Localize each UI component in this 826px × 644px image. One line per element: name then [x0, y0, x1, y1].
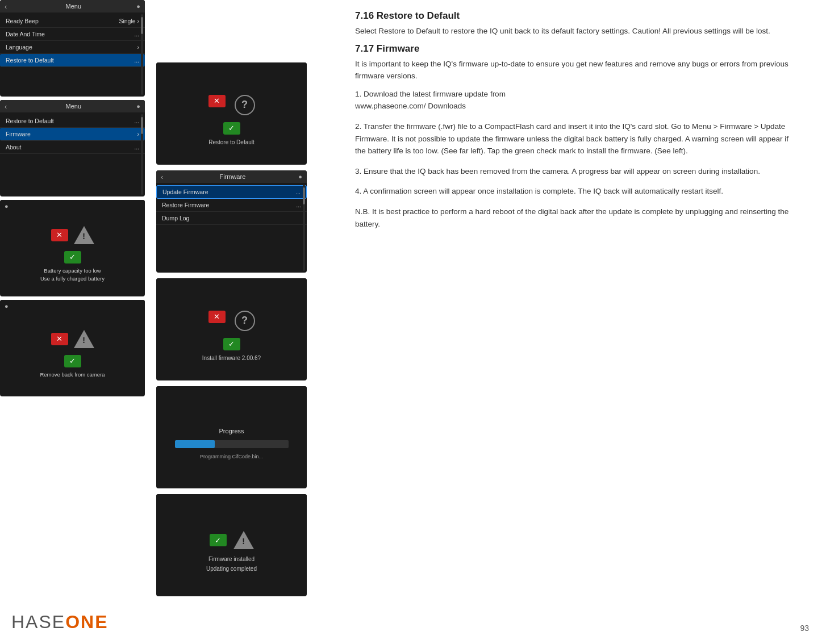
menu-label: Language [6, 44, 32, 51]
screen-restore-dialog: ✕ ? ✓ Restore to Default [156, 62, 315, 165]
menu-list-1: Ready Beep Single › Date And Time ... La… [0, 12, 145, 69]
menu-item-language[interactable]: Language › [0, 41, 145, 54]
install-question-icon: ? [235, 311, 255, 331]
firmware-restore-dots: ... [296, 202, 301, 208]
restore-default-label: Restore to Default [208, 139, 255, 145]
install-btn-red[interactable]: ✕ [208, 311, 226, 323]
firmware-update-dots: ... [295, 189, 301, 195]
screen-install-dialog: ✕ ? ✓ Install firmware 2.00.6? [156, 278, 315, 380]
btn-red-x-2[interactable]: ✕ [51, 333, 68, 345]
screen-title-menu2: Menu [10, 103, 136, 110]
screen-firmware-done: ✓ ! Firmware installed Updating complete… [156, 494, 315, 596]
back-arrow-icon: ‹ [161, 173, 163, 181]
menu-label: Restore to Default [6, 118, 54, 124]
section-717-para1: It is important to keep the IQ's firmwar… [355, 58, 798, 82]
back-arrow-icon: ‹ [5, 2, 7, 11]
install-btn-green[interactable]: ✓ [223, 338, 240, 350]
warning-icons-row: ✕ ! [51, 226, 94, 244]
menu-item-ready-beep[interactable]: Ready Beep Single › [0, 15, 145, 28]
battery-warning-text: Battery capacity too lowUse a fully char… [40, 267, 105, 283]
warning-triangle-icon: ! [74, 226, 94, 244]
menu-value: Single › [119, 18, 139, 24]
page-number: 93 [800, 624, 809, 633]
progress-fill [175, 440, 215, 448]
camera-icon: ● [5, 303, 9, 310]
menu-item-date-time[interactable]: Date And Time ... [0, 28, 145, 41]
section-717-step3: 3. Ensure that the IQ back has been remo… [355, 165, 798, 178]
dialog-btn-green[interactable]: ✓ [223, 122, 240, 135]
firmware-done-screen: ✓ ! Firmware installed Updating complete… [156, 507, 307, 596]
progress-screen: Progress Programming CifCode.bin... [156, 399, 307, 488]
section-716: 7.16 Restore to Default Select Restore t… [355, 10, 798, 37]
section-717: 7.17 Firmware It is important to keep th… [355, 43, 798, 231]
btn-green-check-2[interactable]: ✓ [64, 355, 81, 367]
warning-remove-screen: ✕ ! ✓ Remove back from camera [0, 312, 145, 396]
menu-item-restore-default[interactable]: Restore to Default ... [0, 54, 145, 67]
logo-bold: ONE [65, 612, 108, 632]
menu-label: Ready Beep [6, 18, 39, 24]
screen-menu-restore: ‹ Menu ● Ready Beep Single › Date And Ti… [0, 0, 153, 97]
logo-prefix: HASE [11, 612, 65, 632]
menu-label: Date And Time [6, 31, 45, 37]
firmware-installed-text: Firmware installed [208, 556, 255, 562]
section-716-para1: Select Restore to Default to restore the… [355, 25, 798, 37]
done-check-icon: ✓ [210, 534, 227, 546]
menu-item-firmware[interactable]: Firmware › [0, 128, 145, 141]
menu-dots: ... [134, 118, 139, 124]
progress-bar [175, 440, 289, 448]
firmware-update-item[interactable]: Update Firmware ... [156, 185, 307, 199]
menu-dots: ... [134, 31, 139, 37]
menu-item-restore[interactable]: Restore to Default ... [0, 115, 145, 128]
screen-progress: Progress Programming CifCode.bin... [156, 386, 315, 488]
screen-remove-back: ● ✕ ! ✓ Remove back from camera [0, 300, 153, 396]
warning-battery-screen: ✕ ! ✓ Battery capacity too lowUse a full… [0, 212, 145, 296]
camera-icon: ● [136, 3, 140, 10]
progress-subtext: Programming CifCode.bin... [200, 454, 263, 459]
menu-dots: ... [134, 57, 139, 64]
remove-back-text: Remove back from camera [40, 371, 105, 379]
firmware-dump-item[interactable]: Dump Log [156, 212, 307, 225]
middle-column: ✕ ? ✓ Restore to Default ‹ Firmware ● Up… [156, 62, 315, 630]
right-column: 7.16 Restore to Default Select Restore t… [338, 0, 815, 625]
menu-dots: ... [134, 144, 139, 150]
section-716-heading: 7.16 Restore to Default [355, 10, 798, 22]
section-717-step1: 1. Download the latest firmware update f… [355, 88, 798, 112]
menu-list-2: Restore to Default ... Firmware › About … [0, 112, 145, 156]
section-717-heading: 7.17 Firmware [355, 43, 798, 55]
screen-battery-warning: ● ✕ ! ✓ Battery capacity too lowUse a fu… [0, 200, 153, 296]
install-dialog-icons: ✕ ? [208, 311, 255, 331]
screen-firmware-menu: ‹ Firmware ● Update Firmware ... Restore… [156, 170, 315, 273]
screen-menu-firmware: ‹ Menu ● Restore to Default ... Firmware… [0, 100, 153, 196]
section-717-nb: N.B. It is best practice to perform a ha… [355, 206, 798, 230]
section-717-step2: 2. Transfer the firmware (.fwr) file to … [355, 120, 798, 157]
menu-arrow: › [137, 131, 140, 137]
camera-icon: ● [5, 203, 9, 210]
firmware-restore-item[interactable]: Restore Firmware ... [156, 199, 307, 212]
install-firmware-label: Install firmware 2.00.6? [202, 355, 261, 361]
left-column: ‹ Menu ● Ready Beep Single › Date And Ti… [0, 0, 153, 625]
warning-buttons-2: ✓ [64, 355, 81, 367]
menu-label: About [6, 144, 21, 150]
done-triangle-icon: ! [233, 531, 254, 549]
install-dialog: ✕ ? ✓ Install firmware 2.00.6? [156, 291, 307, 380]
phaseone-logo: HASEONE [11, 612, 108, 633]
firmware-menu-title: Firmware [166, 173, 298, 180]
dialog-btn-red[interactable]: ✕ [208, 95, 226, 107]
firmware-menu-list: Update Firmware ... Restore Firmware ...… [156, 183, 307, 227]
progress-title: Progress [219, 428, 244, 434]
firmware-restore-label: Restore Firmware [162, 202, 209, 208]
screen-title-menu1: Menu [10, 3, 136, 10]
question-icon: ? [235, 95, 255, 115]
menu-item-about[interactable]: About ... [0, 141, 145, 154]
menu-label: Firmware [6, 131, 31, 137]
firmware-update-label: Update Firmware [162, 189, 208, 195]
warning-triangle-icon-2: ! [74, 330, 94, 348]
warning-buttons: ✓ [64, 251, 81, 264]
section-717-step4: 4. A confirmation screen will appear onc… [355, 185, 798, 198]
logo-text: HASEONE [11, 612, 108, 632]
camera-icon: ● [136, 103, 140, 110]
dialog-icons-row: ✕ ? [208, 95, 255, 115]
btn-red-x[interactable]: ✕ [51, 229, 68, 241]
menu-label: Restore to Default [6, 57, 54, 64]
btn-green-check[interactable]: ✓ [64, 251, 81, 264]
